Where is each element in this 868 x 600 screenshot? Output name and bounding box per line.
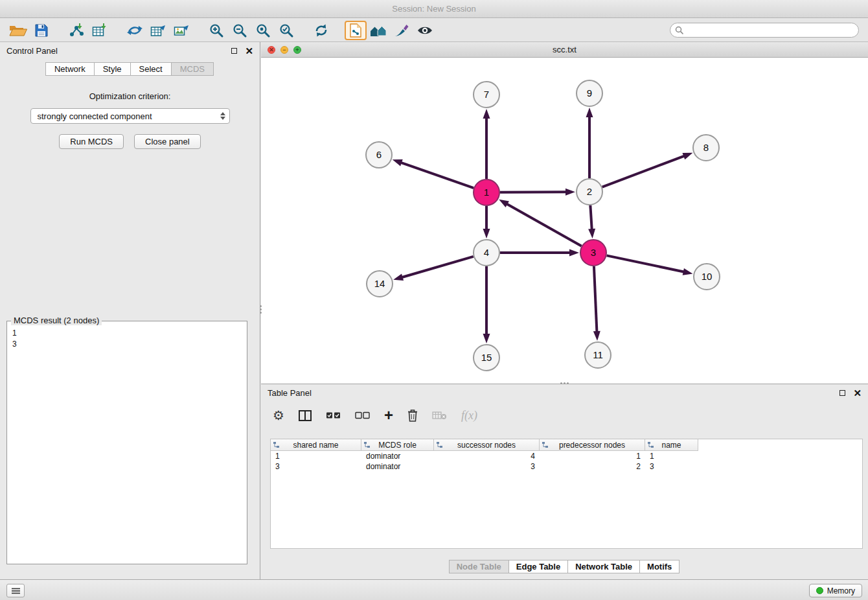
edge-arrowhead-icon xyxy=(569,249,579,257)
table-panel: Table Panel ✕ ⚙ + xyxy=(261,384,868,579)
close-table-panel-icon[interactable]: ✕ xyxy=(853,388,862,398)
graph-edge[interactable] xyxy=(402,257,474,277)
graph-edge[interactable] xyxy=(602,156,685,187)
graph-node-15[interactable]: 15 xyxy=(474,345,499,371)
graph-node-11[interactable]: 11 xyxy=(585,342,611,368)
sort-column-icon[interactable] xyxy=(273,441,280,450)
close-panel-button[interactable]: Close panel xyxy=(134,134,201,149)
show-hide-panel-icon[interactable] xyxy=(413,21,437,40)
sort-column-icon[interactable] xyxy=(363,441,371,450)
maximize-window-icon[interactable]: + xyxy=(293,46,301,54)
task-history-button[interactable] xyxy=(6,584,25,597)
export-table-icon[interactable] xyxy=(146,21,170,40)
table-cell[interactable]: dominator xyxy=(361,452,434,461)
graph-node-14[interactable]: 14 xyxy=(367,271,393,297)
tab-style[interactable]: Style xyxy=(94,62,131,76)
edge-arrowhead-icon xyxy=(393,159,403,166)
import-network-highlighted-icon[interactable] xyxy=(345,21,367,40)
memory-button[interactable]: Memory xyxy=(809,584,862,597)
column-header-MCDS-role[interactable]: MCDS role xyxy=(361,439,434,451)
window-title: Session: New Session xyxy=(392,4,475,14)
zoom-fit-icon[interactable] xyxy=(251,21,275,40)
zoom-out-icon[interactable] xyxy=(228,21,251,40)
deselect-all-rows-icon[interactable] xyxy=(355,411,370,419)
table-row[interactable]: 1dominator411 xyxy=(271,451,862,461)
table-cell[interactable]: 1 xyxy=(645,452,698,461)
table-cell[interactable]: dominator xyxy=(361,462,434,471)
horizontal-splitter-handle[interactable] xyxy=(557,381,571,386)
edge-arrowhead-icon xyxy=(483,229,490,238)
search-input[interactable] xyxy=(670,23,859,38)
column-header-successor-nodes[interactable]: successor nodes xyxy=(434,439,540,451)
export-image-icon[interactable] xyxy=(170,21,193,40)
open-file-icon[interactable] xyxy=(6,21,30,40)
show-columns-icon[interactable] xyxy=(299,410,312,421)
run-mcds-button[interactable]: Run MCDS xyxy=(59,134,124,149)
edge-arrowhead-icon xyxy=(593,331,600,341)
tab-motifs[interactable]: Motifs xyxy=(639,560,680,573)
zoom-selected-icon[interactable] xyxy=(275,21,298,40)
criterion-dropdown[interactable]: strongly connected component xyxy=(30,108,230,124)
graph-node-6[interactable]: 6 xyxy=(366,142,392,168)
import-table-from-file-icon[interactable] xyxy=(88,21,111,40)
column-header-name[interactable]: name xyxy=(645,439,698,451)
status-bar: Memory xyxy=(0,579,868,600)
table-cell[interactable]: 1 xyxy=(540,452,645,461)
apply-preferred-layout-icon[interactable] xyxy=(367,21,390,40)
graph-node-2[interactable]: 2 xyxy=(577,179,602,205)
style-brush-icon[interactable] xyxy=(390,21,413,40)
mcds-result-list[interactable]: 13 xyxy=(7,321,247,350)
table-cell[interactable]: 1 xyxy=(271,452,361,461)
graph-node-8[interactable]: 8 xyxy=(693,135,719,161)
import-network-from-file-icon[interactable] xyxy=(65,21,88,40)
delete-column-icon[interactable] xyxy=(407,409,418,422)
tab-node-table[interactable]: Node Table xyxy=(449,560,509,573)
table-settings-gear-icon[interactable]: ⚙ xyxy=(273,409,284,422)
sort-column-icon[interactable] xyxy=(647,441,654,450)
add-column-icon[interactable]: + xyxy=(384,408,393,423)
graph-node-1[interactable]: 1 xyxy=(474,179,499,205)
tab-network[interactable]: Network xyxy=(45,62,95,76)
graph-edge[interactable] xyxy=(607,255,685,271)
close-panel-icon[interactable]: ✕ xyxy=(245,46,253,56)
tab-network-table[interactable]: Network Table xyxy=(567,560,640,573)
zoom-in-icon[interactable] xyxy=(205,21,228,40)
svg-text:6: 6 xyxy=(376,149,382,160)
float-table-panel-icon[interactable] xyxy=(839,390,845,396)
graph-node-3[interactable]: 3 xyxy=(580,240,606,266)
table-cell[interactable]: 4 xyxy=(434,452,540,461)
table-cell[interactable]: 3 xyxy=(271,462,361,471)
table-cell[interactable]: 2 xyxy=(540,462,645,471)
table-cell[interactable]: 3 xyxy=(645,462,698,471)
graph-node-10[interactable]: 10 xyxy=(694,264,720,290)
sort-column-icon[interactable] xyxy=(542,441,549,450)
graph-edge[interactable] xyxy=(506,203,581,246)
vertical-splitter-handle[interactable] xyxy=(258,302,263,316)
minimize-window-icon[interactable]: − xyxy=(280,46,288,54)
column-header-predecessor-nodes[interactable]: predecessor nodes xyxy=(540,439,645,451)
graph-edge[interactable] xyxy=(594,266,597,332)
graph-node-4[interactable]: 4 xyxy=(474,240,499,266)
graph-node-9[interactable]: 9 xyxy=(577,80,602,106)
close-window-icon[interactable]: ✕ xyxy=(268,46,275,54)
sort-column-icon[interactable] xyxy=(436,441,443,450)
graph-edge[interactable] xyxy=(400,163,474,189)
column-header-shared-name[interactable]: shared name xyxy=(271,439,361,451)
graph-node-7[interactable]: 7 xyxy=(474,82,499,108)
network-canvas[interactable]: 7968124314101511 xyxy=(261,58,868,384)
table-row[interactable]: 3dominator323 xyxy=(271,461,862,472)
memory-status-icon xyxy=(816,587,823,594)
save-session-icon[interactable] xyxy=(30,21,53,40)
select-all-rows-icon[interactable] xyxy=(326,411,341,419)
float-panel-icon[interactable] xyxy=(231,48,237,54)
refresh-network-icon[interactable] xyxy=(310,21,333,40)
graph-edge[interactable] xyxy=(500,192,567,192)
tab-select[interactable]: Select xyxy=(130,62,172,76)
network-window-title: scc.txt xyxy=(553,45,577,54)
tab-edge-table[interactable]: Edge Table xyxy=(508,560,568,573)
graph-edge[interactable] xyxy=(590,205,591,230)
tab-mcds[interactable]: MCDS xyxy=(171,62,214,76)
new-network-icon[interactable] xyxy=(123,21,146,40)
table-cell[interactable]: 3 xyxy=(434,462,540,471)
node-table: shared nameMCDS rolesuccessor nodesprede… xyxy=(270,439,863,549)
